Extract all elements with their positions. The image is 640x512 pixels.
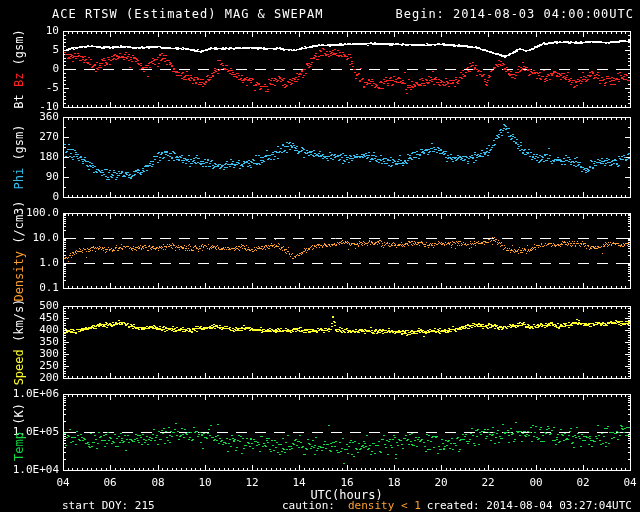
y-tick-label: 1.0E+04: [0, 464, 59, 476]
y-axis-title-part: (/cm3): [12, 200, 26, 251]
y-tick-label: 100.0: [0, 207, 59, 219]
y-tick-label: 1.0E+06: [0, 388, 59, 400]
y-axis-title-part: Speed: [12, 349, 26, 385]
page-title: ACE RTSW (Estimated) MAG & SWEPAM: [52, 7, 323, 21]
y-axis-title-part: Bt: [12, 87, 26, 109]
y-axis-title-part: Density: [12, 251, 26, 302]
y-axis-title-part: Phi: [12, 168, 26, 190]
y-tick-label: 0: [0, 63, 59, 75]
y-axis-title-bt-bz: Bt Bz (gsm): [13, 29, 25, 109]
y-tick-label: 1.0: [0, 257, 59, 269]
caution-value: density < 1: [348, 499, 421, 512]
ace-rtsw-plot: ACE RTSW (Estimated) MAG & SWEPAM Begin:…: [0, 0, 640, 512]
y-axis-title-part: (gsm): [12, 29, 26, 72]
plot-canvas: [0, 0, 640, 512]
y-axis-title-part: Bz: [12, 73, 26, 87]
y-tick-label: -5: [0, 82, 59, 94]
y-tick-label: 10.0: [0, 232, 59, 244]
y-tick-label: 360: [0, 111, 59, 123]
y-tick-label: 200: [0, 372, 59, 384]
y-tick-label: 1.0E+05: [0, 426, 59, 438]
y-axis-title-speed: Speed (km/s): [13, 299, 25, 386]
begin-timestamp: Begin: 2014-08-03 04:00:00UTC: [395, 7, 634, 21]
y-axis-title-part: (gsm): [12, 124, 26, 167]
y-tick-label: 0.1: [0, 282, 59, 294]
y-tick-label: 5: [0, 44, 59, 56]
y-axis-title-part: Temp: [12, 432, 26, 461]
y-tick-label: 180: [0, 151, 59, 163]
y-tick-label: 0: [0, 191, 59, 203]
y-axis-title-phi: Phi (gsm): [13, 124, 25, 189]
y-axis-title-part: (km/s): [12, 299, 26, 350]
y-tick-label: 90: [0, 171, 59, 183]
y-axis-title-density: Density (/cm3): [13, 200, 25, 301]
start-doy-label: start DOY: 215: [62, 499, 155, 512]
y-axis-title-part: (K): [12, 403, 26, 432]
caution-label: caution:: [282, 499, 335, 512]
y-tick-label: 270: [0, 131, 59, 143]
y-tick-label: 10: [0, 25, 59, 37]
y-axis-title-temp: Temp (K): [13, 403, 25, 461]
created-timestamp: created: 2014-08-04 03:27:04UTC: [427, 499, 632, 512]
